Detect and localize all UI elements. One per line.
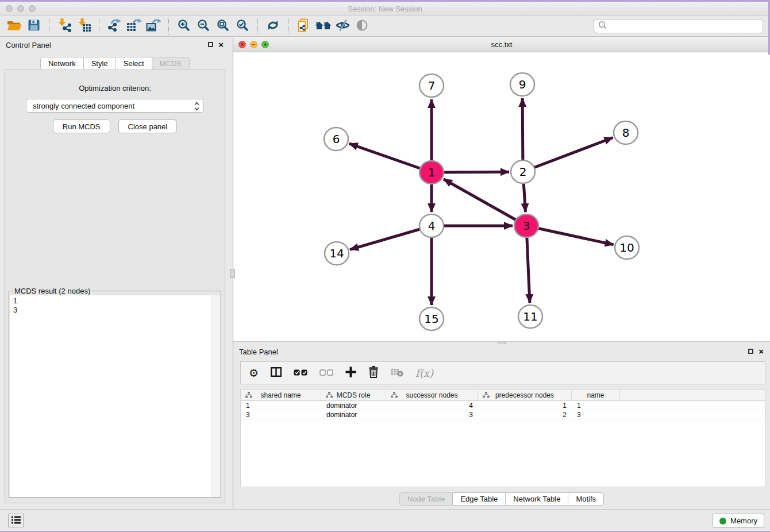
close-window-button[interactable] xyxy=(6,5,13,12)
export-image-button[interactable] xyxy=(144,18,163,35)
column-header-predecessor-nodes[interactable]: predecessor nodes xyxy=(478,390,572,400)
delete-column-button[interactable] xyxy=(368,366,379,380)
minimize-window-button[interactable] xyxy=(17,5,24,12)
clone-network-button[interactable] xyxy=(294,18,313,35)
result-scrollbar[interactable] xyxy=(211,295,220,497)
graph-edge-3-10[interactable] xyxy=(526,226,614,245)
zoom-in-button[interactable] xyxy=(174,18,194,35)
graph-node-7[interactable]: 7 xyxy=(419,74,444,97)
show-columns-button[interactable] xyxy=(271,367,282,379)
add-column-button[interactable] xyxy=(345,367,356,379)
close-panel-icon[interactable]: × xyxy=(759,348,764,354)
cell[interactable]: 4 xyxy=(386,402,478,410)
export-network-button[interactable] xyxy=(105,18,124,35)
tab-select[interactable]: Select xyxy=(116,57,152,70)
network-minimize-button[interactable]: − xyxy=(250,41,257,48)
hide-selected-button[interactable] xyxy=(333,18,352,35)
graph-edge-3-1[interactable] xyxy=(444,179,526,226)
delete-table-button[interactable] xyxy=(391,368,403,379)
cell[interactable]: 1 xyxy=(478,402,572,410)
import-table-button[interactable] xyxy=(74,18,94,35)
save-session-button[interactable] xyxy=(24,18,44,35)
cell[interactable]: dominator xyxy=(321,411,386,419)
graph-node-8[interactable]: 8 xyxy=(614,121,638,144)
zoom-window-button[interactable] xyxy=(29,5,36,12)
open-file-button[interactable] xyxy=(5,18,24,35)
memory-button[interactable]: Memory xyxy=(713,514,764,528)
tab-network-table[interactable]: Network Table xyxy=(505,492,568,506)
control-panel-header: Control Panel × xyxy=(0,37,230,52)
optimization-criterion-dropdown[interactable]: strongly connected component xyxy=(26,99,204,113)
mcds-result-title: MCDS result (2 nodes) xyxy=(13,287,92,295)
tab-node-table[interactable]: Node Table xyxy=(399,492,453,506)
table-settings-button[interactable]: ⚙ xyxy=(249,368,259,379)
first-neighbors-button[interactable] xyxy=(313,18,333,35)
column-header-shared-name[interactable]: shared name xyxy=(241,390,321,400)
tab-edge-table[interactable]: Edge Table xyxy=(452,492,506,506)
toolbar-separator xyxy=(257,18,258,34)
network-graph[interactable]: 1234678910111415 xyxy=(233,52,770,341)
graph-node-1[interactable]: 1 xyxy=(419,161,444,184)
search-input[interactable] xyxy=(610,21,759,31)
tab-motifs[interactable]: Motifs xyxy=(568,492,604,506)
cell[interactable]: 1 xyxy=(241,402,321,410)
table-row[interactable]: 1dominator411 xyxy=(241,401,765,410)
column-header-name[interactable]: name xyxy=(572,390,620,400)
control-panel-tabs: NetworkStyleSelectMCDS xyxy=(0,57,230,70)
eye-slash-icon xyxy=(335,19,351,33)
column-label: MCDS role xyxy=(337,391,371,399)
window-title: Session: New Session xyxy=(0,2,770,16)
zoom-selected-icon xyxy=(236,19,249,33)
tab-style[interactable]: Style xyxy=(83,57,116,70)
float-panel-icon[interactable] xyxy=(748,349,753,354)
close-panel-button[interactable]: Close panel xyxy=(118,119,178,133)
splitter-handle[interactable] xyxy=(230,269,235,278)
toggle-visibility-button[interactable] xyxy=(352,18,372,35)
table-row[interactable]: 3dominator323 xyxy=(241,410,765,419)
refresh-button[interactable] xyxy=(263,18,283,35)
graph-node-15[interactable]: 15 xyxy=(419,307,444,330)
cell[interactable]: 3 xyxy=(572,411,620,419)
tab-network[interactable]: Network xyxy=(40,57,84,70)
zoom-out-button[interactable] xyxy=(194,18,213,35)
task-history-button[interactable] xyxy=(8,514,24,527)
cell[interactable]: 3 xyxy=(386,411,478,419)
delete-table-icon xyxy=(391,368,403,379)
zoom-fit-button[interactable] xyxy=(213,18,233,35)
run-mcds-button[interactable]: Run MCDS xyxy=(53,119,110,133)
zoom-selected-button[interactable] xyxy=(233,18,252,35)
close-panel-icon[interactable]: × xyxy=(218,41,224,48)
graph-edge-1-6[interactable] xyxy=(349,144,432,172)
select-all-button[interactable] xyxy=(294,369,307,377)
graph-node-9[interactable]: 9 xyxy=(510,73,534,96)
network-canvas[interactable]: 1234678910111415 xyxy=(233,52,770,341)
optimization-criterion-label: Optimization criterion: xyxy=(5,84,225,92)
cell[interactable]: 1 xyxy=(572,402,620,410)
network-close-button[interactable]: × xyxy=(238,41,246,48)
graph-node-11[interactable]: 11 xyxy=(518,305,542,328)
cell[interactable]: 2 xyxy=(478,411,572,419)
graph-node-4[interactable]: 4 xyxy=(419,214,444,237)
export-image-icon xyxy=(146,18,161,34)
graph-node-label: 4 xyxy=(428,219,436,233)
graph-node-2[interactable]: 2 xyxy=(511,160,535,183)
import-network-button[interactable] xyxy=(55,18,74,35)
network-maximize-button[interactable]: + xyxy=(261,41,269,48)
deselect-all-button[interactable] xyxy=(319,369,333,377)
function-builder-button[interactable]: f(x) xyxy=(415,367,433,379)
dropdown-stepper-icon xyxy=(194,102,199,113)
graph-node-14[interactable]: 14 xyxy=(325,242,349,265)
graph-edge-2-8[interactable] xyxy=(523,138,613,172)
graph-node-10[interactable]: 10 xyxy=(615,236,639,259)
graph-node-3[interactable]: 3 xyxy=(514,214,538,237)
export-table-button[interactable] xyxy=(124,18,144,35)
table-panel-title: Table Panel xyxy=(239,348,278,356)
control-panel-title: Control Panel xyxy=(6,41,51,49)
tab-mcds[interactable]: MCDS xyxy=(152,57,190,70)
cell[interactable]: dominator xyxy=(321,402,386,410)
column-header-mcds-role[interactable]: MCDS role xyxy=(321,390,386,400)
graph-node-6[interactable]: 6 xyxy=(324,128,348,151)
cell[interactable]: 3 xyxy=(241,411,321,419)
column-header-successor-nodes[interactable]: successor nodes xyxy=(386,390,478,400)
float-panel-icon[interactable] xyxy=(208,42,213,47)
